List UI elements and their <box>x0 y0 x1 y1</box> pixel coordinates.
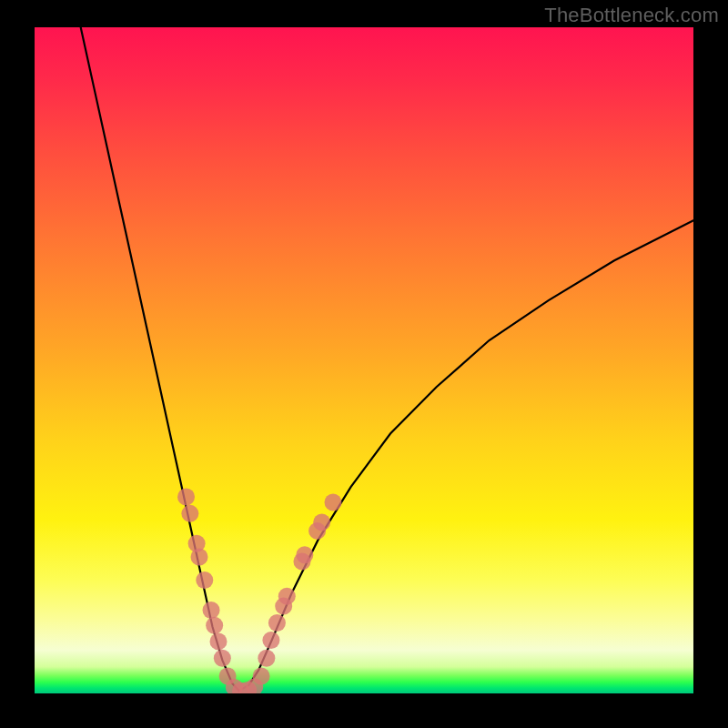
marker-point <box>210 632 228 650</box>
markers-group <box>177 489 341 693</box>
marker-point <box>203 602 220 619</box>
marker-point <box>278 588 296 605</box>
marker-point <box>177 489 195 506</box>
curve-left <box>81 27 239 691</box>
watermark-text: TheBottleneck.com <box>544 4 719 27</box>
marker-point <box>191 548 208 565</box>
marker-point <box>196 571 213 589</box>
marker-point <box>214 650 231 667</box>
marker-point <box>262 632 279 649</box>
curve-layer <box>35 27 693 693</box>
marker-point <box>181 505 198 522</box>
curve-right <box>238 220 693 691</box>
marker-point <box>324 493 341 511</box>
marker-point <box>313 513 330 531</box>
marker-point <box>296 546 313 563</box>
marker-point <box>253 667 270 684</box>
marker-point <box>268 614 286 632</box>
chart-stage: TheBottleneck.com <box>0 0 728 728</box>
marker-point <box>258 650 275 667</box>
plot-area <box>35 27 693 693</box>
marker-point <box>206 617 223 634</box>
